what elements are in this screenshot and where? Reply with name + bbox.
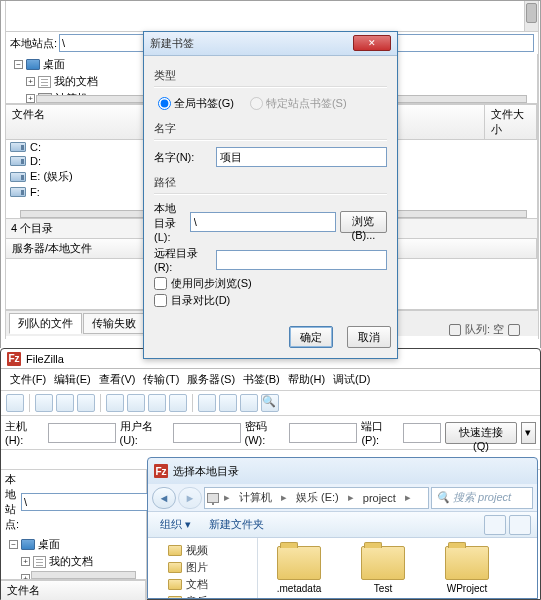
sidebar-documents[interactable]: 文档 [186, 577, 208, 592]
drive-icon [10, 187, 26, 197]
bookmark-name-input[interactable] [216, 147, 387, 167]
drive-icon [10, 156, 26, 166]
nav-forward-button[interactable]: ► [178, 487, 202, 509]
search-icon[interactable]: 🔍 [261, 394, 279, 412]
tab-queued-files[interactable]: 列队的文件 [9, 313, 82, 334]
name-label: 名字(N): [154, 150, 212, 165]
menu-edit[interactable]: 编辑(E) [51, 371, 94, 388]
quickconnect-dropdown[interactable]: ▾ [521, 422, 536, 444]
menu-transfer[interactable]: 传输(T) [140, 371, 182, 388]
drive-e[interactable]: E: (娱乐) [30, 169, 73, 184]
collapse-icon[interactable]: − [14, 60, 23, 69]
sidebar-music[interactable]: 音乐 [186, 594, 208, 598]
menu-file[interactable]: 文件(F) [7, 371, 49, 388]
local-site-label: 本地站点: [10, 36, 57, 51]
crumb-drive-e[interactable]: 娱乐 (E:) [292, 490, 343, 505]
tree-mydocs[interactable]: 我的文档 [54, 74, 98, 89]
expand-icon[interactable]: + [21, 574, 30, 580]
section-path-label: 路径 [154, 175, 387, 190]
disconnect-icon[interactable] [169, 394, 187, 412]
folder-search-input[interactable]: 🔍 搜索 project [431, 487, 533, 509]
reconnect-icon[interactable] [198, 394, 216, 412]
radio-global-bookmark[interactable]: 全局书签(G) [158, 96, 234, 111]
host-input[interactable] [48, 423, 116, 443]
organize-menu[interactable]: 组织 ▾ [154, 515, 197, 534]
username-input[interactable] [173, 423, 241, 443]
search-icon: 🔍 [436, 491, 450, 504]
menu-server[interactable]: 服务器(S) [184, 371, 238, 388]
browse-button[interactable]: 浏览(B)... [340, 211, 387, 233]
collapse-icon[interactable]: − [9, 540, 18, 549]
tree-desktop[interactable]: 桌面 [43, 57, 65, 72]
folder-item[interactable]: .metadata [268, 546, 330, 594]
toggle-tree-icon[interactable] [56, 394, 74, 412]
crumb-project[interactable]: project [359, 492, 400, 504]
local-site-path-input[interactable] [21, 493, 165, 511]
refresh-icon[interactable] [106, 394, 124, 412]
cancel-button[interactable]: 取消 [347, 326, 391, 348]
quickconnect-button[interactable]: 快速连接(Q) [445, 422, 516, 444]
drive-icon [10, 172, 26, 182]
breadcrumb[interactable]: ▸ 计算机 ▸ 娱乐 (E:) ▸ project ▸ [204, 487, 429, 509]
filter-icon[interactable] [219, 394, 237, 412]
menu-debug[interactable]: 调试(D) [330, 371, 373, 388]
dir-compare-label: 目录对比(D) [171, 293, 230, 308]
password-input[interactable] [289, 423, 357, 443]
sync-browse-checkbox[interactable] [154, 277, 167, 290]
computer-icon [207, 493, 219, 503]
view-mode-button[interactable] [484, 515, 506, 535]
filezilla-icon: Fz [154, 464, 168, 478]
col-filename[interactable]: 文件名 [1, 581, 146, 600]
dir-compare-checkbox[interactable] [154, 294, 167, 307]
folder-item[interactable]: WProject [436, 546, 498, 594]
menu-view[interactable]: 查看(V) [96, 371, 139, 388]
menu-bar[interactable]: 文件(F) 编辑(E) 查看(V) 传输(T) 服务器(S) 书签(B) 帮助(… [1, 369, 540, 391]
section-name-label: 名字 [154, 121, 387, 136]
remote-dir-input[interactable] [216, 250, 387, 270]
drive-d[interactable]: D: [30, 155, 41, 167]
folder-icon [445, 546, 489, 580]
expand-icon[interactable]: + [26, 94, 35, 103]
col-filesize[interactable]: 文件大小 [485, 105, 537, 139]
drive-f[interactable]: F: [30, 186, 40, 198]
menu-bookmarks[interactable]: 书签(B) [240, 371, 283, 388]
pass-label: 密码(W): [245, 419, 286, 446]
toggle-log-icon[interactable] [35, 394, 53, 412]
new-folder-button[interactable]: 新建文件夹 [203, 515, 270, 534]
toolbar: 🔍 [1, 391, 540, 416]
help-button[interactable] [509, 515, 531, 535]
tree-mydocs[interactable]: 我的文档 [49, 554, 93, 569]
desktop-icon [21, 539, 35, 550]
tree-desktop[interactable]: 桌面 [38, 537, 60, 552]
sidebar-video[interactable]: 视频 [186, 543, 208, 558]
compare-icon[interactable] [240, 394, 258, 412]
filezilla-icon: Fz [7, 352, 21, 366]
menu-help[interactable]: 帮助(H) [285, 371, 328, 388]
crumb-computer[interactable]: 计算机 [235, 490, 276, 505]
close-button[interactable]: ✕ [353, 35, 391, 51]
cancel-icon[interactable] [148, 394, 166, 412]
folder-icon [361, 546, 405, 580]
process-queue-icon[interactable] [127, 394, 145, 412]
site-manager-icon[interactable] [6, 394, 24, 412]
folder-contents[interactable]: .metadata Test WProject [258, 538, 537, 598]
ok-button[interactable]: 确定 [289, 326, 333, 348]
expand-icon[interactable]: + [26, 77, 35, 86]
local-site-label: 本地站点: [5, 472, 19, 532]
horizontal-scrollbar[interactable] [31, 571, 136, 579]
sidebar-pictures[interactable]: 图片 [186, 560, 208, 575]
folder-sidebar[interactable]: 视频 图片 文档 音乐 ▸计算机 ▸本地磁盘 (C:) [148, 538, 258, 598]
tab-failed-transfers[interactable]: 传输失败 [83, 313, 145, 334]
nav-back-button[interactable]: ◄ [152, 487, 176, 509]
port-input[interactable] [403, 423, 441, 443]
drive-c[interactable]: C: [30, 141, 41, 153]
dialog-titlebar[interactable]: 新建书签 ✕ [144, 32, 397, 56]
music-icon [168, 596, 182, 598]
local-dir-input[interactable] [190, 212, 336, 232]
radio-site-bookmark[interactable]: 特定站点书签(S) [250, 96, 347, 111]
folder-item[interactable]: Test [352, 546, 414, 594]
toggle-queue-icon[interactable] [77, 394, 95, 412]
documents-icon [38, 76, 51, 88]
expand-icon[interactable]: + [21, 557, 30, 566]
local-tree[interactable]: −桌面 +我的文档 +计算机 [1, 534, 146, 580]
